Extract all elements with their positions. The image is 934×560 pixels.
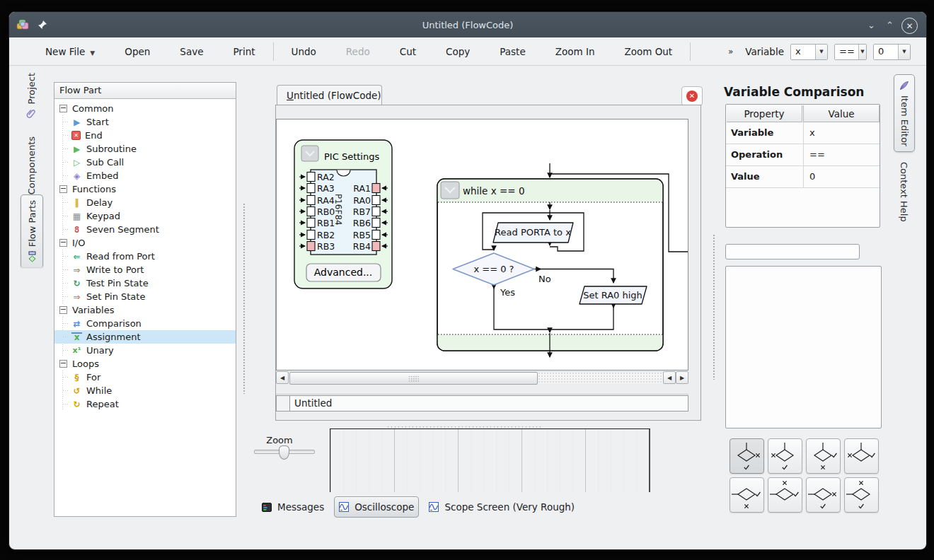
toolbar-button-cut[interactable]: Cut	[385, 46, 431, 57]
value-column-header[interactable]: Value	[803, 105, 880, 122]
close-document-button[interactable]: ✕	[681, 86, 703, 106]
pin-rb1[interactable]	[307, 218, 315, 228]
toolbar-button-paste[interactable]: Paste	[485, 46, 540, 57]
read-porta-icon[interactable]: Read PORTA to x	[493, 223, 573, 243]
pin-rb3[interactable]	[307, 242, 315, 251]
branch-layout-button-2[interactable]	[768, 438, 802, 474]
tree-item-end[interactable]: ✕End	[54, 129, 236, 142]
pin-ra2[interactable]	[307, 173, 315, 182]
pin-rb5[interactable]	[372, 231, 380, 240]
tree-item-start[interactable]: ▶Start	[54, 115, 236, 129]
property-value[interactable]: ==	[804, 144, 880, 165]
tree-item-subroutine[interactable]: ▶Subroutine	[54, 142, 236, 156]
tree-item-repeat[interactable]: ↻Repeat	[54, 397, 236, 411]
maximize-button[interactable]: ⌃	[886, 12, 894, 37]
flowchart-name-field[interactable]: Untitled	[290, 395, 688, 412]
right-tab-context-help[interactable]: Context Help	[894, 162, 913, 222]
item-editor-input[interactable]	[725, 244, 860, 259]
property-row-value[interactable]: Value0	[726, 166, 880, 188]
toolbar-button-zoom-in[interactable]: Zoom In	[541, 46, 610, 57]
tree-item-unary[interactable]: x¹Unary	[54, 344, 236, 357]
horizontal-scrollbar[interactable]: ◀ ◀ ▶	[276, 371, 688, 383]
while-collapse-button[interactable]	[441, 182, 459, 199]
pin-rb0[interactable]	[307, 207, 315, 216]
variable-combobox[interactable]: x ▼	[790, 44, 828, 60]
sidebar-tab-project[interactable]: Project	[19, 73, 43, 119]
tree-item-assignment[interactable]: xAssignment	[54, 330, 236, 344]
collapse-expander-icon[interactable]	[59, 306, 67, 314]
branch-layout-button-5[interactable]	[730, 477, 764, 513]
pin-ra3[interactable]	[307, 184, 315, 193]
scrollbar-track[interactable]	[289, 371, 663, 383]
property-row-variable[interactable]: Variablex	[726, 122, 880, 144]
collapse-expander-icon[interactable]	[59, 360, 67, 368]
collapse-expander-icon[interactable]	[59, 105, 67, 112]
tree-group-functions[interactable]: Functions	[54, 182, 236, 196]
property-column-header[interactable]: Property	[727, 105, 802, 122]
operation-combobox[interactable]: == ▼	[834, 44, 867, 60]
zoom-slider-handle[interactable]	[279, 445, 289, 460]
property-value[interactable]: x	[804, 122, 880, 144]
pin-rb4[interactable]	[372, 242, 380, 251]
chevron-down-icon[interactable]: ▼	[858, 45, 866, 59]
tree-item-embed[interactable]: ◈Embed	[54, 169, 236, 182]
pin-rb7[interactable]	[372, 207, 380, 216]
bottom-tab-messages[interactable]: Messages	[258, 501, 328, 513]
set-ra0-icon[interactable]: Set RA0 high	[580, 286, 647, 304]
toolbar-button-copy[interactable]: Copy	[431, 46, 485, 57]
minimize-button[interactable]: ⌄	[867, 12, 875, 37]
right-splitter-handle[interactable]	[713, 234, 715, 380]
bottom-tab-oscilloscope[interactable]: Oscilloscope	[334, 496, 419, 518]
tree-item-sub-call[interactable]: ▷Sub Call	[54, 156, 236, 169]
tree-item-test-pin-state[interactable]: ↻Test Pin State	[54, 276, 236, 290]
chevron-down-icon[interactable]: ▼	[815, 45, 827, 59]
branch-layout-button-8[interactable]	[844, 477, 879, 513]
branch-layout-button-6[interactable]	[768, 477, 802, 513]
property-row-operation[interactable]: Operation==	[726, 144, 880, 166]
tree-item-while[interactable]: ↺While	[54, 384, 236, 397]
branch-layout-button-3[interactable]	[806, 438, 841, 474]
property-value[interactable]: 0	[804, 166, 880, 187]
pin-rb6[interactable]	[372, 218, 380, 228]
toolbar-overflow-chevron[interactable]: »	[728, 47, 733, 57]
value-combobox[interactable]: 0 ▼	[873, 44, 911, 60]
toolbar-button-new-file[interactable]: New File▼	[30, 46, 110, 57]
pin-ra1[interactable]	[372, 184, 380, 193]
tree-item-write-to-port[interactable]: ⇒Write to Port	[54, 263, 236, 276]
scroll-left-button-2[interactable]: ◀	[663, 371, 676, 384]
toolbar-button-print[interactable]: Print	[218, 46, 270, 57]
chevron-down-icon[interactable]: ▼	[898, 45, 910, 59]
tree-item-keypad[interactable]: ▦Keypad	[54, 209, 236, 223]
left-splitter-handle[interactable]	[243, 203, 246, 394]
branch-layout-button-4[interactable]	[844, 438, 879, 474]
pin-ra0[interactable]	[372, 196, 380, 205]
tree-item-set-pin-state[interactable]: ⇒Set Pin State	[54, 290, 236, 303]
pin-rb2[interactable]	[307, 231, 315, 240]
close-button[interactable]: ✕	[901, 18, 918, 34]
collapse-expander-icon[interactable]	[59, 239, 67, 247]
pic-collapse-button[interactable]	[301, 146, 318, 161]
toolbar-button-zoom-out[interactable]: Zoom Out	[609, 46, 687, 57]
item-editor-listbox[interactable]	[725, 266, 882, 428]
tree-item-for[interactable]: §For	[54, 371, 236, 384]
tree-group-loops[interactable]: Loops	[54, 357, 236, 371]
scroll-right-button[interactable]: ▶	[676, 371, 688, 384]
scrollbar-thumb[interactable]	[289, 372, 538, 385]
tree-item-read-from-port[interactable]: ⇐Read from Port	[54, 250, 236, 263]
tree-item-seven-segment[interactable]: 8Seven Segment	[54, 223, 236, 236]
tree-item-delay[interactable]: ‖Delay	[54, 196, 236, 209]
flowchart-canvas[interactable]: PIC Settings P16F84 RA2RA3RA4RB0RB1RB2RB…	[276, 119, 688, 371]
document-tab[interactable]: Untitled (FlowCode)	[277, 85, 382, 105]
tree-group-common[interactable]: Common	[54, 102, 236, 115]
toolbar-button-save[interactable]: Save	[165, 46, 218, 57]
branch-layout-button-1[interactable]	[730, 438, 764, 474]
toolbar-button-undo[interactable]: Undo	[277, 46, 331, 57]
tree-group-variables[interactable]: Variables	[54, 303, 236, 317]
sidebar-tab-flow-parts[interactable]: Flow Parts	[21, 194, 43, 267]
branch-layout-button-7[interactable]	[806, 477, 841, 513]
scroll-left-button[interactable]: ◀	[276, 371, 289, 384]
pin-ra4[interactable]	[307, 196, 315, 205]
bottom-tab-scope-screen-very-rough-[interactable]: Scope Screen (Very Rough)	[425, 501, 579, 513]
name-checkbox[interactable]	[276, 395, 290, 412]
toolbar-button-open[interactable]: Open	[110, 46, 165, 57]
